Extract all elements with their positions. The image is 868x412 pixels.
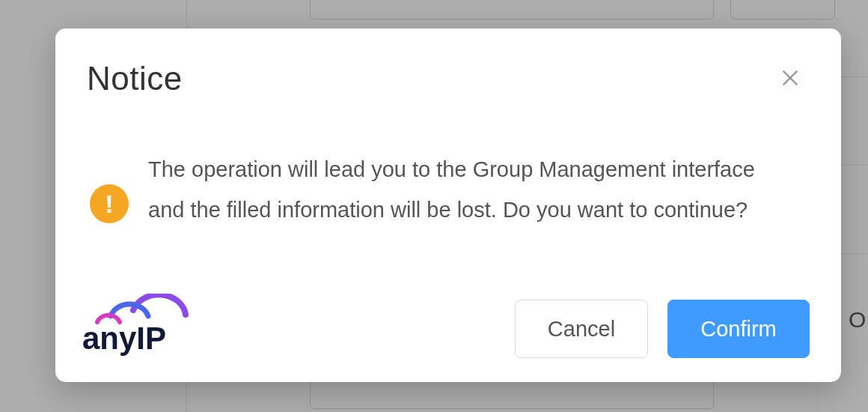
- modal-footer: Cancel Confirm: [515, 300, 810, 358]
- modal-message: The operation will lead you to the Group…: [148, 147, 807, 230]
- close-icon: [780, 68, 800, 91]
- modal-title: Notice: [87, 60, 183, 97]
- anyip-logo: anyIP: [82, 294, 232, 364]
- confirm-button[interactable]: Confirm: [667, 300, 810, 358]
- modal-body: ! The operation will lead you to the Gro…: [90, 147, 807, 230]
- notice-dialog: Notice ! The operation will lead you to …: [55, 28, 841, 382]
- cancel-button[interactable]: Cancel: [515, 300, 648, 358]
- svg-text:anyIP: anyIP: [82, 321, 166, 356]
- warning-icon: !: [90, 184, 129, 223]
- close-button[interactable]: [772, 61, 808, 97]
